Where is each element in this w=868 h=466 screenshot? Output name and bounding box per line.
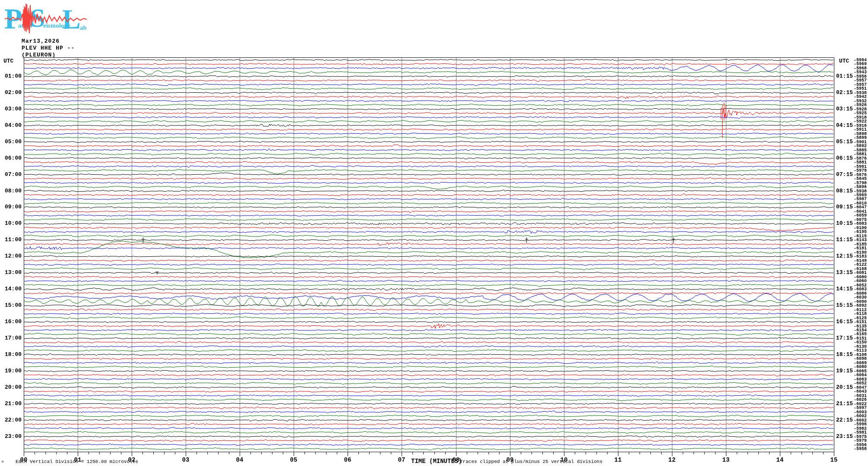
hour-label-left: 09:00 <box>2 204 22 210</box>
hour-label-right: 15:15 <box>836 302 853 309</box>
hour-label-right: 10:15 <box>836 220 853 227</box>
hour-label-right: 16:15 <box>836 318 853 325</box>
x-tick-label: 05 <box>288 457 299 463</box>
hour-label-left: 18:00 <box>2 351 22 358</box>
clip-note: Traces clipped at plus/minus 25 vertical… <box>460 459 602 464</box>
hour-label-left: 15:00 <box>2 302 22 309</box>
utc-label-right: UTC <box>839 58 849 64</box>
hour-label-left: 14:00 <box>2 286 22 292</box>
hour-label-right: 02:15 <box>836 89 853 96</box>
hour-label-right: 01:15 <box>836 73 853 79</box>
x-tick-label: 11 <box>612 457 624 463</box>
hour-label-left: 22:00 <box>2 417 22 423</box>
hour-label-left: 23:00 <box>2 433 22 440</box>
x-tick-label: 14 <box>774 457 786 463</box>
hour-label-left: 03:00 <box>2 106 22 112</box>
corner-mark: m <box>2 460 3 463</box>
hour-label-right: 07:15 <box>836 171 853 178</box>
hour-label-right: 04:15 <box>836 122 853 129</box>
hour-label-right: 03:15 <box>836 106 853 112</box>
hour-label-right: 12:15 <box>836 253 853 259</box>
hour-label-left: 11:00 <box>2 236 22 243</box>
hour-label-right: 23:15 <box>836 433 853 440</box>
psl-logo: P atras S eismology L ab <box>3 1 89 35</box>
hour-label-right: 19:15 <box>836 368 853 374</box>
x-tick-label: 15 <box>828 457 839 463</box>
station-name-text: (PLEURON) <box>22 52 56 59</box>
hour-label-right: 22:15 <box>836 417 853 423</box>
hour-label-left: 01:00 <box>2 73 22 79</box>
hour-label-right: 09:15 <box>836 204 853 210</box>
hour-label-right: 05:15 <box>836 139 853 145</box>
hour-label-left: 07:00 <box>2 171 22 178</box>
date-text: Mar13,2026 <box>22 38 60 45</box>
logo-word-ab: ab <box>80 24 87 31</box>
hour-label-left: 13:00 <box>2 269 22 276</box>
x-tick-label: 03 <box>180 457 191 463</box>
hour-label-left: 19:00 <box>2 368 22 374</box>
x-tick-label: 06 <box>342 457 353 463</box>
hour-label-right: 14:15 <box>836 286 853 292</box>
hour-label-right: 06:15 <box>836 155 853 161</box>
helicorder-page: P atras S eismology L ab Mar13,2026 PLEV… <box>0 0 868 466</box>
station-text: PLEV HHE HP -- <box>22 45 75 52</box>
hour-label-right: 17:15 <box>836 335 853 341</box>
hour-label-left: 20:00 <box>2 384 22 390</box>
x-tick-label: 12 <box>666 457 678 463</box>
hour-label-left: 12:00 <box>2 253 22 259</box>
hour-label-left: 02:00 <box>2 89 22 96</box>
x-tick-label: 13 <box>720 457 732 463</box>
hour-label-left: 17:00 <box>2 335 22 341</box>
hour-label-right: 21:15 <box>836 400 853 407</box>
x-tick-label: 07 <box>396 457 407 463</box>
hour-label-left: 10:00 <box>2 220 22 227</box>
hour-label-right: 11:15 <box>836 236 853 243</box>
hour-label-left: 21:00 <box>2 400 22 407</box>
helicorder-canvas <box>0 0 868 466</box>
hour-label-left: 08:00 <box>2 188 22 194</box>
hour-label-right: 20:15 <box>836 384 853 390</box>
hour-label-left: 06:00 <box>2 155 22 161</box>
utc-label-left: UTC <box>3 58 13 64</box>
hour-label-right: 13:15 <box>836 269 853 276</box>
hour-label-left: 16:00 <box>2 318 22 325</box>
scale-note: Each Vertical Division = 1250.00 microvo… <box>16 459 138 464</box>
offset-value: -5958 <box>854 447 867 451</box>
hour-label-right: 18:15 <box>836 351 853 358</box>
hour-label-left: 05:00 <box>2 139 22 145</box>
x-tick-label: 04 <box>234 457 245 463</box>
x-axis-title: TIME (MINUTES) <box>411 458 462 465</box>
hour-label-right: 08:15 <box>836 188 853 194</box>
hour-label-left: 04:00 <box>2 122 22 129</box>
